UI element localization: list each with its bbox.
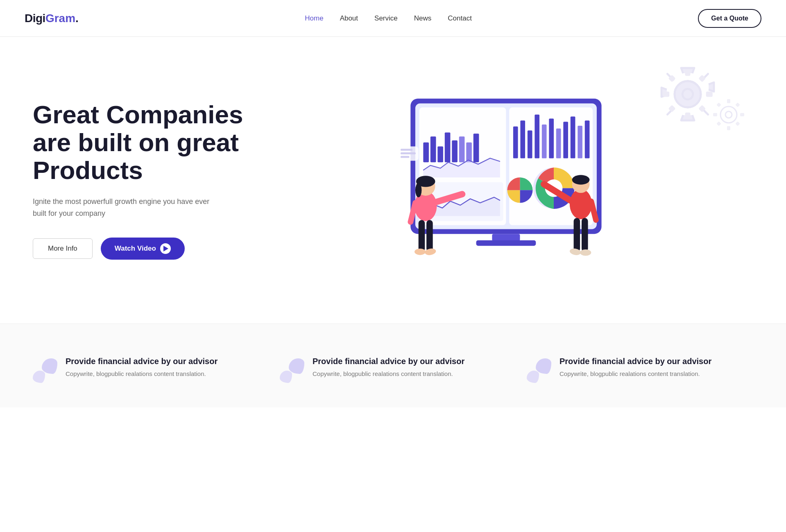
svg-rect-49 <box>492 234 520 241</box>
play-triangle <box>163 246 168 251</box>
feature-text-3: Provide financial advice by our advisor … <box>559 357 711 379</box>
svg-rect-41 <box>556 129 561 158</box>
svg-rect-4 <box>663 92 669 97</box>
blob-shape-bottom-3 <box>527 371 539 383</box>
svg-rect-17 <box>735 102 740 107</box>
logo-text-highlight: Gram <box>45 12 75 25</box>
nav-link-about[interactable]: About <box>340 14 358 22</box>
svg-rect-28 <box>459 136 465 162</box>
svg-rect-66 <box>574 218 580 252</box>
svg-rect-27 <box>452 140 458 162</box>
svg-rect-40 <box>549 118 554 158</box>
navbar: Digi Gram . Home About Service News Cont… <box>0 0 786 37</box>
feature-desc-3: Copywrite, blogpublic realations content… <box>559 369 711 379</box>
svg-rect-19 <box>735 121 740 126</box>
hero-subtitle: Ignite the most powerfull growth engine … <box>33 196 213 220</box>
hero-title: Great Companies are built on great Produ… <box>33 101 243 185</box>
svg-rect-12 <box>727 99 730 103</box>
svg-rect-18 <box>716 121 721 126</box>
get-quote-button[interactable]: Get a Quote <box>698 9 761 28</box>
feature-icon-3 <box>527 358 551 383</box>
svg-rect-30 <box>473 134 479 162</box>
logo: Digi Gram . <box>25 12 79 25</box>
svg-rect-72 <box>401 152 416 154</box>
svg-rect-50 <box>476 240 536 246</box>
svg-rect-39 <box>542 125 547 158</box>
svg-rect-3 <box>685 113 691 119</box>
feature-icon-1 <box>33 358 57 383</box>
svg-rect-57 <box>419 220 425 252</box>
svg-rect-37 <box>528 131 532 158</box>
feature-desc-1: Copywrite, blogpublic realations content… <box>66 369 217 379</box>
hero-buttons: More Info Watch Video <box>33 238 243 260</box>
svg-rect-24 <box>430 136 436 162</box>
watch-video-button[interactable]: Watch Video <box>101 238 185 260</box>
feature-title-2: Provide financial advice by our advisor <box>313 357 464 366</box>
svg-rect-13 <box>727 126 730 130</box>
feature-text-2: Provide financial advice by our advisor … <box>313 357 464 379</box>
hero-illustration <box>243 61 753 299</box>
svg-rect-45 <box>585 120 590 158</box>
features-grid: Provide financial advice by our advisor … <box>33 357 753 383</box>
svg-point-60 <box>424 248 436 256</box>
feature-title-3: Provide financial advice by our advisor <box>559 357 711 366</box>
svg-rect-36 <box>521 120 526 158</box>
svg-rect-16 <box>716 102 721 107</box>
blob-shape-top <box>42 358 57 374</box>
svg-point-61 <box>570 189 592 219</box>
nav-link-news[interactable]: News <box>414 14 432 22</box>
more-info-button[interactable]: More Info <box>33 238 93 259</box>
svg-rect-42 <box>564 122 569 158</box>
gear-medium-icon <box>708 94 749 135</box>
svg-rect-67 <box>582 218 588 252</box>
logo-dot: . <box>75 12 79 25</box>
blob-shape-bottom-2 <box>280 371 292 383</box>
feature-text-1: Provide financial advice by our advisor … <box>66 357 217 379</box>
hero-section: Great Companies are built on great Produ… <box>0 37 786 324</box>
svg-rect-23 <box>424 143 429 163</box>
nav-links: Home About Service News Contact <box>305 14 472 23</box>
blob-shape-top-2 <box>289 358 304 374</box>
logo-text-start: Digi <box>25 12 45 25</box>
svg-point-54 <box>415 183 422 197</box>
svg-point-69 <box>580 249 591 256</box>
nav-link-service[interactable]: Service <box>374 14 398 22</box>
dashboard-illustration <box>359 74 637 287</box>
svg-point-59 <box>415 249 426 255</box>
blob-shape-top-3 <box>536 358 551 374</box>
svg-rect-29 <box>466 143 472 163</box>
play-icon <box>160 243 171 254</box>
svg-rect-38 <box>535 115 540 158</box>
svg-rect-43 <box>571 117 575 158</box>
svg-point-11 <box>725 111 732 118</box>
svg-rect-35 <box>513 127 518 158</box>
svg-rect-14 <box>713 113 717 116</box>
nav-link-home[interactable]: Home <box>305 14 323 22</box>
feature-item-3: Provide financial advice by our advisor … <box>527 357 753 383</box>
svg-rect-44 <box>578 126 582 158</box>
svg-rect-2 <box>685 69 691 76</box>
svg-rect-58 <box>426 220 433 252</box>
blob-shape-bottom <box>33 371 45 383</box>
svg-rect-73 <box>401 156 409 158</box>
svg-rect-25 <box>438 146 444 162</box>
hero-content: Great Companies are built on great Produ… <box>33 101 243 260</box>
nav-link-contact[interactable]: Contact <box>448 14 472 22</box>
feature-desc-2: Copywrite, blogpublic realations content… <box>313 369 464 379</box>
feature-item-1: Provide financial advice by our advisor … <box>33 357 259 383</box>
svg-rect-15 <box>740 113 744 116</box>
svg-point-10 <box>720 106 737 123</box>
svg-rect-26 <box>445 132 451 162</box>
feature-title-1: Provide financial advice by our advisor <box>66 357 217 366</box>
feature-icon-2 <box>280 358 304 383</box>
feature-item-2: Provide financial advice by our advisor … <box>280 357 506 383</box>
svg-point-63 <box>572 175 590 184</box>
features-section: Provide financial advice by our advisor … <box>0 324 786 407</box>
svg-rect-71 <box>401 149 412 151</box>
